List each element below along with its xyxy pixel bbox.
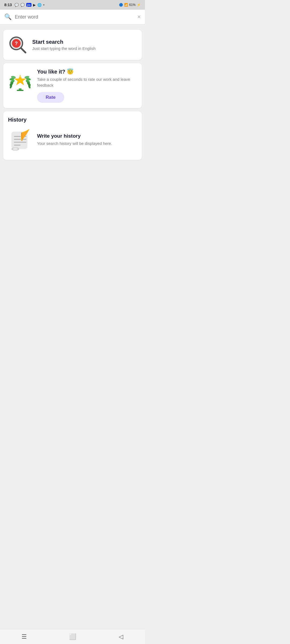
history-scroll-icon — [8, 128, 32, 152]
jio-icon: jio — [26, 3, 31, 7]
bottom-spacer — [3, 163, 142, 185]
status-right: 🔵 📶 61% ⚡ — [119, 3, 141, 7]
like-description: Take a couple of seconds to rate our wor… — [37, 76, 137, 88]
award-icon — [8, 69, 32, 94]
like-title: You like it? 😇 — [37, 68, 137, 75]
whatsapp-icon: 💬 — [15, 3, 19, 7]
search-magnify-icon: ? — [8, 35, 27, 54]
history-empty: Write your history Your search history w… — [8, 128, 137, 152]
dot-icon: • — [43, 3, 45, 7]
history-empty-title: Write your history — [37, 133, 112, 139]
start-search-text: Start search Just start typing the word … — [32, 39, 96, 51]
start-search-title: Start search — [32, 39, 96, 45]
start-search-card: ? Start search Just start typing the wor… — [3, 30, 142, 60]
svg-text:?: ? — [15, 41, 18, 46]
play-icon: ▶ — [33, 3, 36, 7]
rate-button[interactable]: Rate — [37, 92, 64, 103]
signal-icon: 📶 — [124, 3, 128, 7]
history-section: History Write your history — [3, 111, 142, 160]
svg-point-20 — [13, 148, 18, 150]
status-left: 8:13 💬 💬 jio ▶ 🌐 • — [4, 3, 44, 7]
like-card: You like it? 😇 Take a couple of seconds … — [3, 63, 142, 108]
search-bar: 🔍 × — [0, 10, 145, 24]
start-search-description: Just start typing the word in English — [32, 46, 96, 51]
battery-label: 61% — [129, 3, 136, 7]
message-icon: 💬 — [20, 3, 25, 7]
clear-icon[interactable]: × — [137, 13, 141, 20]
svg-rect-15 — [17, 90, 23, 91]
history-title: History — [8, 117, 137, 123]
status-bar: 8:13 💬 💬 jio ▶ 🌐 • 🔵 📶 61% ⚡ — [0, 0, 145, 10]
search-icon: 🔍 — [4, 13, 12, 20]
history-text: Write your history Your search history w… — [37, 133, 112, 147]
svg-line-0 — [21, 48, 26, 53]
app-icon: 🌐 — [37, 3, 42, 7]
search-input[interactable] — [15, 14, 134, 20]
status-time: 8:13 — [4, 3, 12, 7]
history-empty-description: Your search history will be displayed he… — [37, 141, 112, 147]
battery-charging-icon: ⚡ — [137, 3, 141, 7]
bluetooth-icon: 🔵 — [119, 3, 123, 7]
main-content: ? Start search Just start typing the wor… — [0, 24, 145, 188]
like-text: You like it? 😇 Take a couple of seconds … — [37, 68, 137, 103]
